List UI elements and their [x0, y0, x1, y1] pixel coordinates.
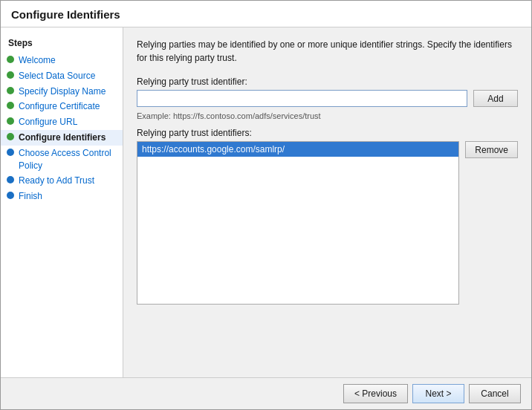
example-text: Example: https://fs.contoso.com/adfs/ser… [137, 111, 518, 120]
sidebar-item-label: Ready to Add Trust [19, 175, 94, 187]
sidebar-item-select-data-source[interactable]: Select Data Source [1, 68, 123, 84]
identifier-input[interactable] [137, 90, 467, 107]
sidebar-item-finish[interactable]: Finish [1, 189, 123, 204]
dot-icon [7, 102, 14, 109]
previous-button[interactable]: < Previous [343, 384, 408, 403]
sidebar-item-specify-display-name[interactable]: Specify Display Name [1, 84, 123, 100]
sidebar-item-ready-to-add-trust[interactable]: Ready to Add Trust [1, 173, 123, 189]
identifiers-row: https://accounts.google.com/samlrp/ Remo… [137, 141, 518, 305]
list-item[interactable]: https://accounts.google.com/samlrp/ [137, 142, 458, 157]
remove-button[interactable]: Remove [465, 141, 518, 158]
sidebar-item-label: Welcome [19, 54, 56, 67]
steps-label: Steps [1, 35, 123, 53]
intro-text: Relying parties may be identified by one… [137, 38, 518, 65]
dot-icon [7, 71, 14, 79]
dialog-title: Configure Identifiers [1, 1, 531, 27]
cancel-button[interactable]: Cancel [469, 384, 521, 403]
dot-icon [7, 176, 14, 183]
main-content: Relying parties may be identified by one… [123, 27, 531, 377]
sidebar-item-label: Choose Access Control Policy [19, 147, 115, 172]
identifiers-list[interactable]: https://accounts.google.com/samlrp/ [137, 141, 459, 305]
dot-icon [7, 192, 14, 199]
next-button[interactable]: Next > [412, 384, 464, 403]
identifiers-list-label: Relying party trust identifiers: [137, 128, 518, 138]
add-button[interactable]: Add [473, 90, 518, 107]
sidebar: Steps Welcome Select Data Source Specify… [1, 27, 123, 377]
sidebar-item-label: Configure Identifiers [19, 131, 106, 144]
sidebar-item-label: Finish [19, 190, 42, 203]
sidebar-item-choose-access-control-policy[interactable]: Choose Access Control Policy [1, 146, 123, 174]
dot-icon [7, 117, 14, 125]
dot-icon [7, 56, 14, 63]
sidebar-item-label: Configure Certificate [19, 100, 100, 113]
identifier-input-row: Add [137, 90, 518, 107]
sidebar-item-label: Specify Display Name [19, 85, 106, 98]
dot-icon [7, 87, 14, 94]
identifier-field-label: Relying party trust identifier: [137, 77, 518, 87]
sidebar-item-welcome[interactable]: Welcome [1, 53, 123, 68]
sidebar-item-configure-url[interactable]: Configure URL [1, 114, 123, 130]
sidebar-item-configure-identifiers[interactable]: Configure Identifiers [1, 130, 123, 146]
dot-icon [7, 149, 14, 156]
configure-identifiers-dialog: Configure Identifiers Steps Welcome Sele… [0, 0, 532, 410]
dialog-footer: < Previous Next > Cancel [1, 377, 531, 409]
dialog-body: Steps Welcome Select Data Source Specify… [1, 27, 531, 377]
sidebar-item-configure-certificate[interactable]: Configure Certificate [1, 99, 123, 114]
sidebar-item-label: Configure URL [19, 116, 77, 128]
dot-icon [7, 133, 14, 140]
sidebar-item-label: Select Data Source [19, 70, 95, 82]
